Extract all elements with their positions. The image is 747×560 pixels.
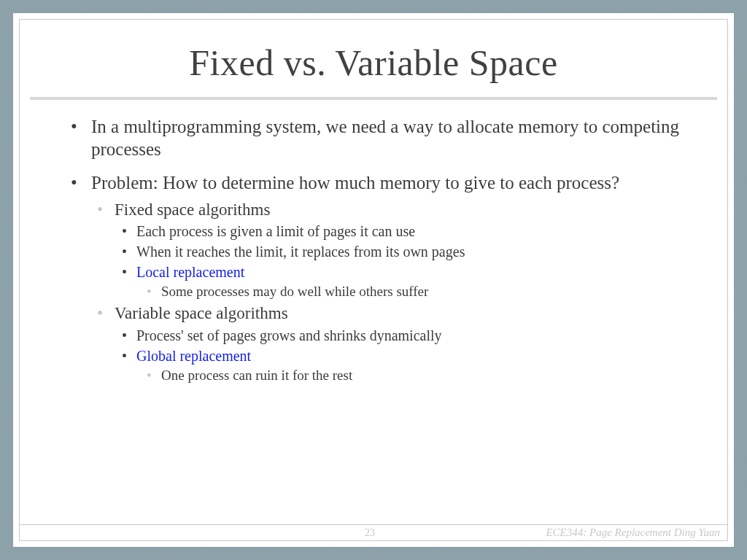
- bullet-intro: In a multiprogramming system, we need a …: [56, 116, 691, 160]
- bullet-var-2: Global replacement One process can ruin …: [115, 346, 691, 385]
- bullet-var-1: Process' set of pages grows and shrinks …: [115, 326, 691, 345]
- bullet-fixed-2: When it reaches the limit, it replaces f…: [115, 242, 691, 261]
- bullet-fixed-3-sub: Some processes may do well while others …: [136, 283, 691, 301]
- slide: Fixed vs. Variable Space In a multiprogr…: [13, 13, 734, 547]
- fixed-heading-text: Fixed space algorithms: [115, 201, 270, 219]
- local-replacement-link: Local replacement: [136, 264, 244, 280]
- bullet-fixed-1: Each process is given a limit of pages i…: [115, 222, 691, 241]
- bullet-problem-text: Problem: How to determine how much memor…: [91, 173, 619, 192]
- bullet-var-2-sub: One process can ruin it for the rest: [136, 367, 691, 385]
- global-replacement-link: Global replacement: [136, 348, 251, 364]
- title-area: Fixed vs. Variable Space: [20, 20, 727, 97]
- bullet-var-heading: Variable space algorithms Process' set o…: [91, 303, 691, 385]
- bullet-problem: Problem: How to determine how much memor…: [56, 172, 691, 385]
- slide-frame: Fixed vs. Variable Space In a multiprogr…: [19, 19, 728, 541]
- page-number: 23: [365, 527, 375, 539]
- footer-bar: 23 ECE344: Page Replacement Ding Yuan: [20, 524, 727, 540]
- var-heading-text: Variable space algorithms: [115, 304, 288, 322]
- slide-content: In a multiprogramming system, we need a …: [20, 100, 727, 385]
- bullet-fixed-3: Local replacement Some processes may do …: [115, 262, 691, 301]
- slide-title: Fixed vs. Variable Space: [34, 42, 713, 84]
- bullet-fixed-heading: Fixed space algorithms Each process is g…: [91, 199, 691, 302]
- course-info: ECE344: Page Replacement Ding Yuan: [375, 526, 727, 539]
